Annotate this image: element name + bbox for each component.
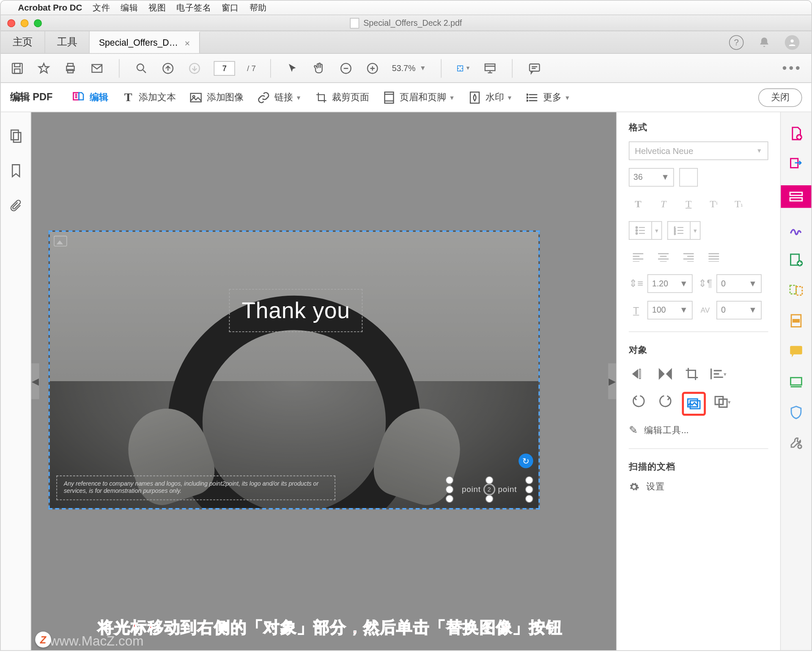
email-icon[interactable] [90, 61, 104, 76]
sign-icon[interactable] [787, 220, 805, 239]
tab-close-icon[interactable]: × [185, 38, 190, 48]
search-icon[interactable] [134, 61, 149, 76]
add-text-button[interactable]: T 添加文本 [122, 91, 176, 104]
app-name[interactable]: Acrobat Pro DC [18, 3, 82, 13]
menu-view[interactable]: 视图 [148, 2, 166, 14]
watermark-button[interactable]: 水印 ▼ [468, 91, 513, 104]
organize-pages-icon[interactable] [787, 250, 805, 269]
attachments-icon[interactable] [8, 197, 24, 213]
resize-handle[interactable] [445, 495, 453, 503]
menu-help[interactable]: 帮助 [250, 2, 267, 14]
zoom-in-icon[interactable] [365, 61, 380, 76]
protect-icon[interactable] [787, 403, 805, 422]
window-minimize-icon[interactable] [21, 19, 29, 27]
export-pdf-icon[interactable] [787, 155, 805, 173]
add-image-button[interactable]: 添加图像 [189, 91, 244, 104]
fit-width-icon[interactable]: ▼ [456, 61, 471, 76]
crop-image-icon[interactable] [682, 364, 702, 384]
resize-handle[interactable] [486, 495, 494, 503]
next-page-icon[interactable]: ▶ [608, 363, 616, 399]
comment-icon[interactable] [527, 61, 542, 76]
logo-selection[interactable]: point 2 point ↻ [450, 480, 529, 499]
prev-page-icon[interactable]: ◀ [31, 363, 39, 399]
underline-icon[interactable]: T [679, 195, 698, 213]
compare-icon[interactable] [787, 281, 805, 300]
align-right-icon[interactable] [679, 248, 698, 267]
rotate-handle-icon[interactable]: ↻ [518, 453, 533, 468]
page-down-icon[interactable] [187, 61, 202, 76]
rotate-cw-icon[interactable] [656, 392, 675, 412]
align-justify-icon[interactable] [705, 248, 723, 267]
bold-icon[interactable]: T [629, 195, 647, 213]
close-editmode-button[interactable]: 关闭 [758, 88, 802, 107]
crop-pages-button[interactable]: 裁剪页面 [315, 91, 369, 104]
hand-tool-icon[interactable] [312, 61, 327, 76]
more-button[interactable]: 更多 ▼ [526, 91, 570, 104]
scan-ocr-icon[interactable] [787, 373, 805, 391]
create-pdf-icon[interactable] [787, 124, 805, 143]
menu-edit[interactable]: 编辑 [121, 2, 138, 14]
align-objects-icon[interactable]: ▾ [708, 364, 728, 384]
bookmarks-icon[interactable] [8, 163, 24, 179]
notifications-icon[interactable] [758, 36, 770, 48]
resize-handle[interactable] [445, 476, 453, 484]
document-canvas[interactable]: ◀ ▶ Thank you Any reference to company n… [31, 112, 616, 650]
window-close-icon[interactable] [7, 19, 15, 27]
selection-tool-icon[interactable] [286, 61, 301, 76]
scan-settings-link[interactable]: 设置 [629, 481, 768, 493]
italic-icon[interactable]: T [654, 195, 672, 213]
page-display-icon[interactable] [483, 61, 497, 76]
resize-handle[interactable] [525, 486, 533, 494]
align-left-icon[interactable] [629, 248, 647, 267]
horizontal-scale-combo[interactable]: 100▼ [647, 301, 693, 319]
more-tools-icon[interactable]: ••• [782, 60, 802, 76]
zoom-level-combo[interactable]: 53.7% ▼ [392, 63, 426, 73]
numbered-list-caret-icon[interactable]: ▼ [690, 221, 700, 240]
tracking-combo[interactable]: 0▼ [716, 301, 762, 319]
superscript-icon[interactable]: T¹ [705, 195, 723, 213]
more-tools-icon[interactable] [787, 434, 805, 452]
slide-image-selection[interactable]: Thank you Any reference to company names… [49, 231, 540, 509]
zoom-out-icon[interactable] [339, 61, 354, 76]
rotate-ccw-icon[interactable] [629, 392, 649, 412]
bullet-list-caret-icon[interactable]: ▼ [651, 221, 662, 240]
font-family-combo[interactable]: Helvetica Neue ▼ [629, 141, 768, 160]
line-spacing-combo[interactable]: 1.20▼ [647, 274, 693, 293]
account-avatar-icon[interactable] [785, 35, 800, 49]
bullet-list-icon[interactable] [629, 221, 651, 240]
resize-handle[interactable] [525, 495, 533, 503]
edit-button[interactable]: 编辑 [71, 91, 108, 104]
align-center-icon[interactable] [654, 248, 672, 267]
thank-you-text[interactable]: Thank you [229, 289, 363, 332]
disclaimer-text[interactable]: Any reference to company names and logos… [56, 475, 335, 500]
resize-handle[interactable] [445, 486, 453, 494]
flip-horizontal-icon[interactable] [656, 364, 675, 384]
help-icon[interactable]: ? [729, 35, 744, 49]
resize-handle[interactable] [486, 476, 494, 484]
replace-image-icon[interactable] [684, 394, 704, 414]
numbered-list-icon[interactable]: 123 [667, 221, 690, 240]
flip-vertical-icon[interactable] [629, 364, 649, 384]
page-up-icon[interactable] [161, 61, 176, 76]
tab-home[interactable]: 主页 [1, 31, 45, 53]
thumbnails-icon[interactable] [8, 128, 24, 144]
menu-file[interactable]: 文件 [93, 2, 110, 14]
window-zoom-icon[interactable] [34, 19, 42, 27]
menu-window[interactable]: 窗口 [222, 2, 239, 14]
comment-tool-icon[interactable] [787, 342, 805, 361]
tab-tools[interactable]: 工具 [45, 31, 90, 53]
font-size-combo[interactable]: 36 ▼ [629, 168, 674, 187]
text-color-swatch[interactable] [679, 168, 698, 187]
star-icon[interactable] [36, 61, 51, 76]
link-button[interactable]: 链接 ▼ [257, 91, 302, 104]
save-icon[interactable] [10, 61, 25, 76]
resize-handle[interactable] [525, 476, 533, 484]
subscript-icon[interactable]: T₁ [730, 195, 748, 213]
menu-esign[interactable]: 电子签名 [176, 2, 211, 14]
paragraph-spacing-combo[interactable]: 0▼ [716, 274, 762, 293]
redact-icon[interactable] [787, 311, 805, 330]
page-number-input[interactable] [214, 61, 235, 76]
edit-pdf-tool-icon[interactable] [781, 185, 811, 208]
print-icon[interactable] [63, 61, 78, 76]
header-footer-button[interactable]: 页眉和页脚 ▼ [382, 91, 455, 104]
